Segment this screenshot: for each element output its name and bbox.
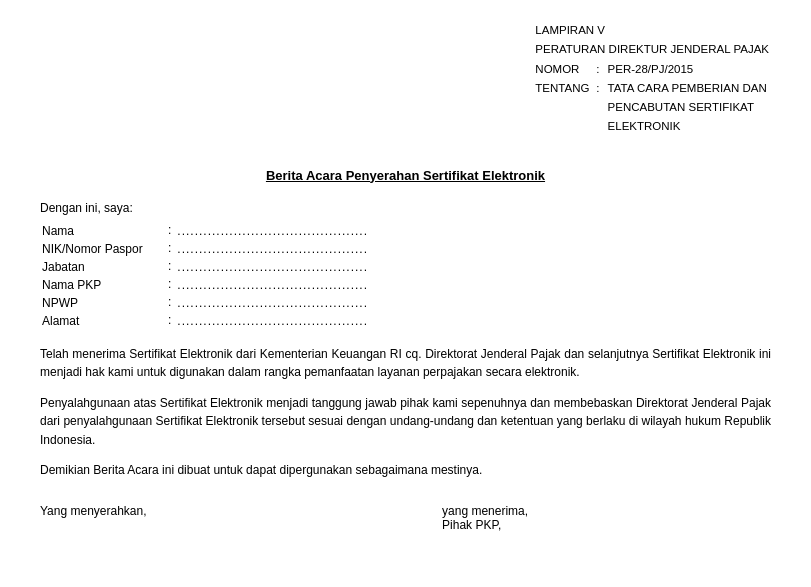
- field-value: ........................................…: [177, 277, 368, 293]
- form-row: Nama PKP:...............................…: [42, 277, 368, 293]
- form-row: NPWP:...................................…: [42, 295, 368, 311]
- tentang-value1: TATA CARA PEMBERIAN DAN: [608, 80, 769, 97]
- field-colon: :: [164, 223, 175, 239]
- field-colon: :: [164, 259, 175, 275]
- field-value: ........................................…: [177, 259, 368, 275]
- field-value: ........................................…: [177, 313, 368, 329]
- tentang-colon: :: [596, 80, 605, 97]
- field-label: Nama PKP: [42, 277, 162, 293]
- tentang-value3: ELEKTRONIK: [608, 118, 769, 135]
- paragraph2: Penyalahgunaan atas Sertifikat Elektroni…: [40, 394, 771, 450]
- field-label: NIK/Nomor Paspor: [42, 241, 162, 257]
- signature-left-title: Yang menyerahkan,: [40, 504, 369, 518]
- form-row: Jabatan:................................…: [42, 259, 368, 275]
- tentang-value2: PENCABUTAN SERTIFIKAT: [608, 99, 769, 116]
- nomor-label: NOMOR: [535, 61, 594, 78]
- signature-right: yang menerima, Pihak PKP,: [442, 504, 771, 532]
- field-label: Nama: [42, 223, 162, 239]
- tentang-label: TENTANG: [535, 80, 594, 97]
- paragraph3: Demikian Berita Acara ini dibuat untuk d…: [40, 461, 771, 480]
- signature-left: Yang menyerahkan,: [40, 504, 369, 532]
- form-row: Alamat:.................................…: [42, 313, 368, 329]
- header-table: LAMPIRAN V PERATURAN DIREKTUR JENDERAL P…: [533, 20, 771, 138]
- form-table: Nama:...................................…: [40, 221, 370, 331]
- intro-text: Dengan ini, saya:: [40, 201, 771, 215]
- signature-right-subtitle: Pihak PKP,: [442, 518, 771, 532]
- field-label: Alamat: [42, 313, 162, 329]
- signature-right-title: yang menerima,: [442, 504, 771, 518]
- form-row: NIK/Nomor Paspor:.......................…: [42, 241, 368, 257]
- header-line1: LAMPIRAN V: [535, 22, 769, 39]
- field-label: NPWP: [42, 295, 162, 311]
- field-value: ........................................…: [177, 295, 368, 311]
- nomor-colon: :: [596, 61, 605, 78]
- signature-section: Yang menyerahkan, yang menerima, Pihak P…: [40, 504, 771, 532]
- paragraph1: Telah menerima Sertifikat Elektronik dar…: [40, 345, 771, 382]
- header-line2: PERATURAN DIREKTUR JENDERAL PAJAK: [535, 41, 769, 58]
- field-colon: :: [164, 277, 175, 293]
- document-title: Berita Acara Penyerahan Sertifikat Elekt…: [40, 168, 771, 183]
- header-section: LAMPIRAN V PERATURAN DIREKTUR JENDERAL P…: [40, 20, 771, 138]
- field-value: ........................................…: [177, 223, 368, 239]
- form-row: Nama:...................................…: [42, 223, 368, 239]
- field-value: ........................................…: [177, 241, 368, 257]
- field-colon: :: [164, 241, 175, 257]
- signature-right-bottom: (........................): [683, 562, 771, 587]
- nomor-value: PER-28/PJ/2015: [608, 61, 769, 78]
- field-colon: :: [164, 295, 175, 311]
- signature-names: (........................) NIP (........…: [40, 562, 771, 587]
- field-colon: :: [164, 313, 175, 329]
- field-label: Jabatan: [42, 259, 162, 275]
- signature-left-bottom: (........................) NIP: [40, 562, 128, 587]
